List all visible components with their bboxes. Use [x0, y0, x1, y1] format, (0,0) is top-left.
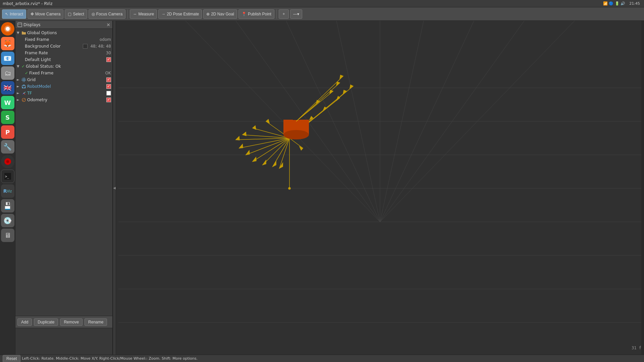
- fixed-frame-status-icon: ✓: [25, 71, 28, 75]
- fixed-frame-status-label: Fixed Frame: [29, 71, 104, 75]
- app-icon-disk2[interactable]: 💽: [1, 214, 14, 227]
- robotmodel-row[interactable]: ► RobotModel: [15, 83, 112, 90]
- status-help-text: Left-Click: Rotate. Middle-Click: Move X…: [22, 356, 198, 361]
- global-options-label: Global Options: [27, 31, 111, 35]
- folder-icon: [21, 31, 26, 35]
- fixed-frame-value: odom: [100, 37, 111, 42]
- duplicate-button[interactable]: Duplicate: [34, 318, 58, 326]
- dropdown-icon: —▾: [293, 12, 299, 16]
- collapse-handle[interactable]: [113, 21, 116, 355]
- frame-rate-row[interactable]: Frame Rate 30: [15, 50, 112, 56]
- svg-point-15: [22, 87, 23, 88]
- background-color-swatch: [83, 44, 88, 49]
- displays-title: Displays: [17, 22, 40, 27]
- app-icon-s[interactable]: S: [1, 111, 14, 124]
- app-icon-uk[interactable]: 🇬🇧: [1, 81, 14, 95]
- grid-row[interactable]: ► Grid: [15, 76, 112, 83]
- global-status-label: Global Status: Ok: [26, 64, 111, 69]
- grid-label: Grid: [27, 77, 106, 82]
- rename-button[interactable]: Rename: [85, 318, 107, 326]
- toolbar: ↖ Interact ✥ Move Camera ▢ Select ◎ Focu…: [0, 7, 644, 21]
- app-icon-disk1[interactable]: 💾: [1, 199, 14, 213]
- displays-close-button[interactable]: ✕: [106, 22, 110, 27]
- extra-button[interactable]: ＋: [279, 9, 289, 19]
- select-button[interactable]: ▢ Select: [65, 9, 87, 19]
- frame-rate-value: 30: [106, 51, 111, 55]
- odometry-row[interactable]: ► Odometry: [15, 97, 112, 103]
- 2d-nav-icon: ⊕: [206, 12, 210, 16]
- svg-point-16: [24, 87, 25, 88]
- interact-icon: ↖: [5, 12, 8, 16]
- background-color-value: 48; 48; 48: [90, 44, 111, 49]
- background-color-row[interactable]: Background Color 48; 48; 48: [15, 43, 112, 50]
- robotmodel-label: RobotModel: [27, 84, 106, 89]
- move-camera-icon: ✥: [31, 12, 34, 16]
- svg-point-82: [293, 111, 300, 113]
- plus-icon: ＋: [282, 11, 286, 17]
- odometry-expand: ►: [17, 98, 21, 102]
- svg-line-22: [24, 99, 25, 100]
- robotmodel-expand: ►: [17, 84, 21, 88]
- robotmodel-checkbox[interactable]: [106, 84, 111, 89]
- 3d-viewport[interactable]: 31 fps: [116, 21, 644, 355]
- odometry-checkbox[interactable]: [106, 98, 111, 102]
- default-light-row[interactable]: Default Light: [15, 56, 112, 63]
- remove-button[interactable]: Remove: [60, 318, 83, 326]
- svg-point-43: [288, 187, 290, 189]
- app-icon-terminal[interactable]: >_: [1, 170, 14, 183]
- displays-header: Displays ✕: [15, 21, 112, 29]
- displays-tree: ▼ Global Options Fixed Frame odom Backgr…: [15, 29, 112, 316]
- publish-point-button[interactable]: 📍 Publish Point: [238, 9, 274, 19]
- move-camera-button[interactable]: ✥ Move Camera: [28, 9, 63, 19]
- main-layout: 🦊 📧 🗂 🇬🇧 W S P 🔧 >_ RViz 💾 💽 🖥 Displays …: [0, 21, 644, 355]
- svg-rect-6: [18, 23, 22, 27]
- frame-rate-label: Frame Rate: [25, 51, 105, 55]
- grid-display-icon: [21, 77, 26, 82]
- app-icon-wrench[interactable]: 🔧: [1, 140, 14, 154]
- dropdown-button[interactable]: —▾: [290, 9, 302, 19]
- default-light-checkbox[interactable]: [106, 57, 111, 62]
- tf-checkbox[interactable]: [106, 91, 111, 96]
- svg-point-80: [283, 130, 309, 139]
- separator2: [276, 9, 277, 19]
- app-icon-w[interactable]: W: [1, 96, 14, 109]
- tf-row[interactable]: ► TF: [15, 90, 112, 97]
- robotmodel-icon: [21, 84, 26, 89]
- scene-canvas: 31 fps: [116, 21, 644, 355]
- odometry-label: Odometry: [27, 98, 106, 102]
- reset-button[interactable]: Reset: [3, 355, 20, 362]
- app-icon-rviz[interactable]: RViz: [1, 184, 14, 198]
- focus-camera-button[interactable]: ◎ Focus Camera: [89, 9, 126, 19]
- grid-checkbox[interactable]: [106, 77, 111, 82]
- app-sidebar: 🦊 📧 🗂 🇬🇧 W S P 🔧 >_ RViz 💾 💽 🖥: [0, 21, 15, 355]
- 2d-nav-button[interactable]: ⊕ 2D Nav Goal: [203, 9, 237, 19]
- clock: 21:45: [629, 1, 640, 6]
- fixed-frame-row[interactable]: Fixed Frame odom: [15, 36, 112, 43]
- focus-camera-label: Focus Camera: [96, 12, 123, 16]
- tf-label: TF: [27, 91, 106, 96]
- measure-button[interactable]: ↔ Measure: [130, 9, 157, 19]
- right-expand-handle[interactable]: [641, 21, 644, 355]
- statusbar: Reset Left-Click: Rotate. Middle-Click: …: [0, 355, 644, 362]
- move-camera-label: Move Camera: [35, 12, 60, 16]
- publish-point-label: Publish Point: [248, 12, 271, 16]
- odometry-icon: [21, 98, 26, 102]
- app-icon-music[interactable]: [1, 155, 14, 168]
- app-icon-firefox[interactable]: 🦊: [1, 37, 14, 50]
- interact-button[interactable]: ↖ Interact: [2, 9, 26, 19]
- app-icon-mail[interactable]: 📧: [1, 52, 14, 65]
- app-icon-disk3[interactable]: 🖥: [1, 229, 14, 242]
- 2d-pose-button[interactable]: → 2D Pose Estimate: [158, 9, 202, 19]
- tf-expand: ►: [17, 91, 21, 95]
- app-icon-files[interactable]: 🗂: [1, 66, 14, 80]
- global-options-row[interactable]: ▼ Global Options: [15, 29, 112, 36]
- global-status-row[interactable]: ▼ ✓ Global Status: Ok: [15, 63, 112, 70]
- svg-point-1: [6, 27, 10, 31]
- fixed-frame-status-value: OK: [105, 71, 111, 75]
- app-icon-ubuntu[interactable]: [1, 22, 14, 36]
- app-icon-p[interactable]: P: [1, 125, 14, 139]
- svg-point-20: [23, 93, 24, 94]
- window-title: mbot_arbotix.rviz* - RViz: [3, 1, 52, 6]
- add-button[interactable]: Add: [17, 318, 32, 326]
- fixed-frame-status-row[interactable]: ✓ Fixed Frame OK: [15, 70, 112, 76]
